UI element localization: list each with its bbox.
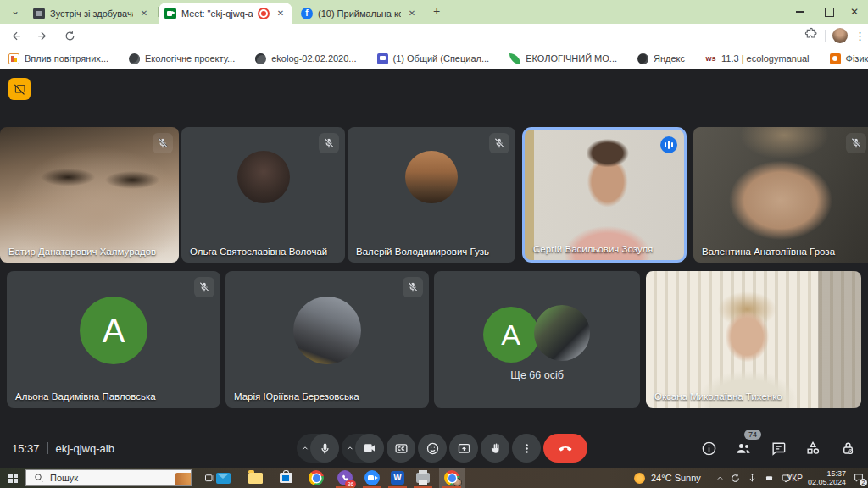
taskbar-app-store[interactable] bbox=[273, 468, 298, 488]
participant-name: Оксана Миколаївна Тихенко bbox=[654, 391, 782, 402]
more-participants-label: Ще 66 осіб bbox=[434, 369, 640, 381]
weather-text: 24°C Sunny bbox=[651, 473, 701, 483]
participant-tile[interactable]: А Альона Вадимівна Павловська bbox=[7, 271, 220, 408]
orange-site-icon bbox=[830, 53, 841, 64]
device-icon[interactable] bbox=[763, 472, 776, 485]
participant-avatar bbox=[237, 151, 290, 203]
browser-menu-icon[interactable]: ⋮ bbox=[854, 30, 863, 42]
bookmark-label: Яндекс bbox=[654, 53, 685, 64]
close-tab-icon[interactable]: ✕ bbox=[275, 8, 287, 19]
participant-name: Сергій Васильович Зозуля bbox=[533, 244, 653, 254]
participant-count-badge: 74 bbox=[744, 430, 761, 440]
bookmark-item[interactable]: Яндекс bbox=[637, 53, 685, 64]
meet-panel-buttons: 74 bbox=[698, 429, 858, 468]
participant-tile[interactable]: Марія Юріївна Березовська bbox=[225, 271, 429, 408]
more-participants-tile[interactable]: А Ще 66 осіб bbox=[434, 271, 640, 408]
mic-off-icon bbox=[194, 277, 214, 297]
taskbar-app-chrome-active[interactable] bbox=[439, 468, 465, 488]
taskbar-app-mail[interactable] bbox=[210, 468, 236, 488]
bookmark-item[interactable]: (1) Общий (Специал... bbox=[377, 53, 490, 64]
presentation-off-indicator[interactable] bbox=[8, 78, 31, 100]
activities-button[interactable] bbox=[803, 438, 823, 458]
taskbar-app-file-explorer[interactable] bbox=[242, 468, 268, 488]
usb-icon[interactable] bbox=[746, 472, 759, 485]
bookmark-item[interactable]: ekolog-02.02.2020... bbox=[255, 53, 356, 64]
tray-hidden-icons-chevron[interactable] bbox=[716, 468, 724, 488]
participant-name: Марія Юріївна Березовська bbox=[234, 391, 359, 402]
taskbar-clock[interactable]: 15:37 02.05.2024 bbox=[805, 469, 846, 486]
tab-label: Meet: "ekj-qjwq-aib" bbox=[181, 8, 253, 19]
forward-icon[interactable] bbox=[34, 27, 51, 44]
participant-name: Ольга Святославівна Волочай bbox=[190, 247, 327, 257]
meet-control-bar: 15:37 ekj-qjwq-aib bbox=[0, 429, 868, 468]
bookmark-item[interactable]: Вплив повітряних... bbox=[8, 53, 108, 64]
zoom-icon bbox=[364, 470, 380, 485]
mic-off-icon bbox=[153, 133, 173, 153]
participant-tile[interactable]: Ольга Святославівна Волочай bbox=[181, 127, 345, 263]
taskbar-search-box[interactable]: Пошук bbox=[25, 469, 192, 486]
captions-button[interactable] bbox=[387, 434, 415, 463]
participant-name: Батир Данатарович Халмурадов bbox=[8, 247, 156, 257]
tab-label: Зустріч зі здобувачами вищо bbox=[50, 8, 133, 19]
bookmarks-bar: Вплив повітряних... Екологічне проекту..… bbox=[0, 47, 868, 69]
self-view-tile[interactable]: Оксана Миколаївна Тихенко bbox=[646, 271, 861, 408]
taskbar-weather[interactable]: 24°C Sunny bbox=[634, 468, 701, 488]
extensions-icon[interactable] bbox=[804, 27, 818, 44]
profile-avatar[interactable] bbox=[832, 28, 848, 43]
taskbar-app-viber[interactable]: 36 bbox=[332, 468, 358, 488]
window-minimize-button[interactable] bbox=[787, 0, 814, 24]
camera-button[interactable] bbox=[355, 434, 384, 463]
close-tab-icon[interactable]: ✕ bbox=[138, 8, 150, 19]
recording-indicator-icon bbox=[258, 8, 270, 19]
taskbar-app-chrome[interactable] bbox=[303, 468, 329, 488]
back-icon[interactable] bbox=[7, 27, 24, 44]
meeting-details-button[interactable] bbox=[698, 438, 719, 458]
participant-avatar bbox=[293, 297, 361, 364]
camera-options-chevron-icon[interactable] bbox=[344, 444, 355, 452]
participant-tile[interactable]: Валентина Анатоліївна Гроза bbox=[693, 127, 868, 263]
microphone-button[interactable] bbox=[310, 434, 339, 463]
reactions-button[interactable] bbox=[418, 434, 447, 463]
raise-hand-button[interactable] bbox=[481, 434, 509, 463]
window-maximize-button[interactable] bbox=[815, 0, 843, 24]
more-options-button[interactable] bbox=[512, 434, 541, 463]
word-icon: W bbox=[391, 471, 404, 485]
new-tab-button[interactable]: + bbox=[429, 4, 444, 19]
end-call-button[interactable] bbox=[543, 434, 587, 463]
divider bbox=[47, 442, 48, 454]
sync-icon[interactable] bbox=[729, 472, 742, 485]
browser-toolbar: meet.google.com/ekj-qjwq-aib?authuser=0 … bbox=[0, 24, 868, 47]
host-controls-button[interactable] bbox=[837, 438, 858, 458]
microsoft-store-icon bbox=[280, 473, 292, 483]
bookmark-item[interactable]: ЕКОЛОГІЧНИЙ МО... bbox=[509, 53, 617, 64]
reload-icon[interactable] bbox=[61, 27, 78, 44]
leaf-icon bbox=[509, 53, 520, 64]
close-tab-icon[interactable]: ✕ bbox=[406, 8, 418, 19]
tab-facebook[interactable]: f (10) Приймальна комісія ФЕБ ✕ bbox=[295, 3, 424, 24]
notification-center-button[interactable]: 2 bbox=[849, 468, 868, 488]
tab-meet-active[interactable]: Meet: "ekj-qjwq-aib" ✕ bbox=[159, 3, 292, 24]
language-indicator[interactable]: УКР bbox=[787, 468, 803, 488]
tab-search-chevron-icon[interactable]: ⌄ bbox=[7, 4, 24, 19]
participant-avatar-letter: А bbox=[80, 297, 147, 364]
meet-page: Батир Данатарович Халмурадов Ольга Свято… bbox=[0, 69, 868, 468]
mic-options-chevron-icon[interactable] bbox=[299, 444, 310, 452]
start-button[interactable] bbox=[0, 468, 25, 488]
taskbar-app-printer[interactable] bbox=[410, 468, 436, 488]
taskbar-app-word[interactable]: W bbox=[385, 468, 410, 488]
participant-tile[interactable]: Батир Данатарович Халмурадов bbox=[0, 127, 179, 263]
people-panel-button[interactable]: 74 bbox=[733, 438, 754, 458]
bookmark-item[interactable]: Екологічне проекту... bbox=[129, 53, 235, 64]
present-screen-button[interactable] bbox=[449, 434, 478, 463]
bookmark-item[interactable]: ws 11.3 | ecologymanual bbox=[705, 53, 810, 64]
bookmark-label: (1) Общий (Специал... bbox=[393, 53, 490, 64]
participant-tile-speaking[interactable]: Сергій Васильович Зозуля bbox=[522, 127, 687, 263]
participant-tile[interactable]: Валерій Володимирович Гузь bbox=[348, 127, 515, 263]
chat-panel-button[interactable] bbox=[768, 438, 788, 458]
toolbar-divider bbox=[825, 30, 826, 42]
tab-meeting-page[interactable]: Зустріч зі здобувачами вищо ✕ bbox=[27, 3, 156, 24]
window-close-button[interactable]: ✕ bbox=[841, 0, 868, 24]
taskbar-app-zoom[interactable] bbox=[359, 468, 385, 488]
meeting-code: ekj-qjwq-aib bbox=[56, 442, 114, 455]
bookmark-item[interactable]: Фізика навколо нас... bbox=[830, 53, 868, 64]
